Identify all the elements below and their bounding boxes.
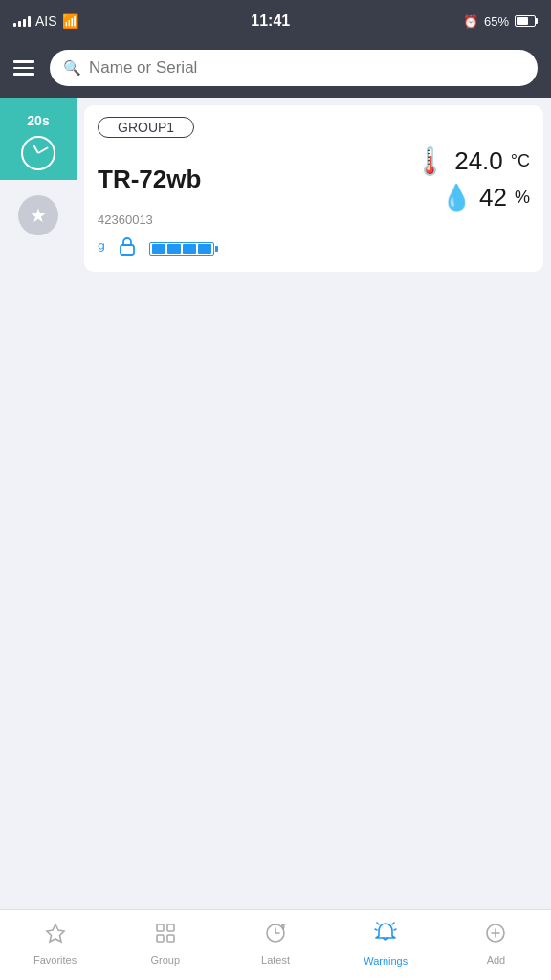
header: 🔍 (0, 42, 551, 98)
device-name: TR-72wb (98, 165, 201, 194)
battery-icon (515, 15, 538, 27)
sidebar: 20s ★ (0, 98, 77, 903)
star-icon: ★ (30, 204, 47, 227)
svg-line-8 (392, 923, 394, 924)
group-tab-label: Group (151, 954, 181, 966)
add-tab-label: Add (487, 954, 506, 966)
search-bar[interactable]: 🔍 (50, 50, 538, 86)
status-bar: AIS 📶 11:41 ⏰ 65% (0, 0, 551, 42)
tab-warnings[interactable]: Warnings (331, 921, 441, 970)
carrier-label: AIS (35, 13, 57, 29)
device-list: GROUP1 TR-72wb 🌡️ 24.0 °C 💧 42 % (77, 98, 551, 903)
recent-badge: 20s (21, 111, 55, 130)
latest-tab-label: Latest (261, 954, 290, 966)
add-tab-icon (484, 922, 507, 950)
sidebar-item-favorites[interactable]: ★ (0, 180, 77, 251)
warnings-tab-icon (373, 921, 398, 951)
temperature-value: 24.0 (454, 146, 503, 176)
svg-marker-1 (47, 924, 64, 942)
device-main-row: TR-72wb 🌡️ 24.0 °C 💧 42 % (98, 145, 530, 212)
svg-rect-5 (167, 935, 174, 942)
tab-add[interactable]: Add (441, 922, 551, 969)
svg-rect-3 (167, 924, 174, 931)
thermometer-icon: 🌡️ (413, 145, 447, 177)
device-readings: 🌡️ 24.0 °C 💧 42 % (413, 145, 530, 212)
drop-icon: 💧 (441, 183, 472, 212)
device-card[interactable]: GROUP1 TR-72wb 🌡️ 24.0 °C 💧 42 % (84, 105, 543, 272)
tab-latest[interactable]: Latest (220, 922, 330, 969)
battery-outer (149, 242, 214, 256)
battery-percent: 65% (484, 14, 509, 29)
favorites-tab-icon (44, 922, 67, 950)
humidity-value: 42 (479, 183, 507, 212)
favorites-tab-label: Favorites (33, 954, 77, 966)
warnings-tab-label: Warnings (364, 955, 408, 967)
group-tab-icon (154, 922, 177, 950)
star-circle: ★ (18, 195, 58, 235)
svg-rect-2 (157, 924, 164, 931)
clock-icon (21, 136, 55, 170)
device-serial: 42360013 (98, 212, 530, 227)
search-icon: 🔍 (63, 59, 81, 77)
search-input[interactable] (89, 58, 524, 78)
svg-line-9 (375, 929, 377, 930)
humidity-unit: % (515, 188, 530, 208)
group-badge: GROUP1 (98, 117, 194, 138)
temperature-row: 🌡️ 24.0 °C (413, 145, 530, 177)
svg-rect-0 (121, 245, 134, 255)
battery-bar-icon (149, 242, 218, 256)
svg-line-10 (394, 929, 396, 930)
tab-bar: Favorites Group Latest (0, 909, 551, 980)
svg-rect-4 (157, 935, 164, 942)
device-status-icons: ᵍ (98, 236, 530, 260)
status-left: AIS 📶 (13, 13, 78, 29)
lock-icon (119, 236, 136, 260)
svg-line-7 (377, 923, 379, 924)
status-right: ⏰ 65% (463, 14, 538, 29)
sidebar-item-recent[interactable]: 20s (0, 98, 77, 180)
tab-group[interactable]: Group (110, 922, 220, 969)
main-content: 20s ★ GROUP1 TR-72wb (0, 98, 551, 903)
alarm-status-icon: ⏰ (463, 14, 478, 29)
wifi-icon: 📶 (62, 13, 78, 29)
temp-unit: °C (511, 151, 530, 171)
tab-favorites[interactable]: Favorites (0, 922, 110, 969)
signal-icon (13, 16, 31, 27)
bluetooth-icon: ᵍ (98, 237, 105, 260)
latest-tab-icon (264, 922, 287, 950)
menu-button[interactable] (13, 60, 38, 76)
status-time: 11:41 (251, 12, 290, 30)
humidity-row: 💧 42 % (441, 183, 530, 212)
